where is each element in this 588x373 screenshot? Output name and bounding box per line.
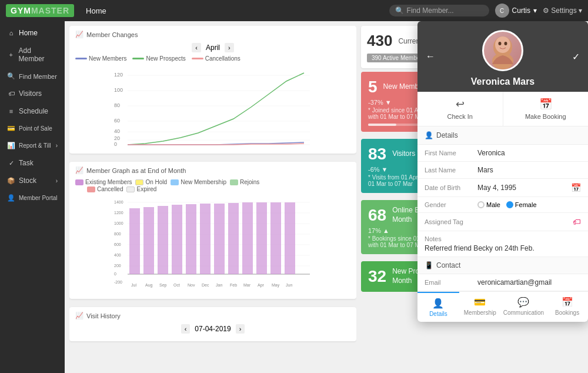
communication-tab-icon: 💬 (517, 297, 529, 308)
home-icon: ⌂ (7, 29, 15, 36)
month-nav: ‹ April › (75, 43, 350, 52)
tab-communication[interactable]: 💬 Communication (501, 292, 546, 322)
tag-label: Assigned Tag (425, 218, 477, 225)
svg-text:100: 100 (114, 87, 123, 93)
avatar: C (495, 4, 509, 18)
sidebar-item-schedule[interactable]: ≡ Schedule (0, 102, 65, 120)
chevron-right-icon: › (56, 142, 58, 149)
chart-icon: 📈 (75, 31, 83, 38)
svg-rect-39 (228, 203, 239, 274)
bar-chart-legend: Existing Members On Hold New Membership (75, 179, 350, 185)
search-icon: 🔍 (395, 6, 404, 15)
radio-male[interactable] (477, 201, 485, 208)
svg-rect-40 (242, 202, 253, 274)
svg-text:Dec: Dec (202, 283, 209, 287)
sidebar-item-task[interactable]: ✓ Task (0, 154, 65, 172)
chevron-down-icon: ▾ (579, 6, 582, 15)
legend-new-members: New Members (75, 55, 126, 62)
visit-date: 07-04-2019 (195, 325, 230, 333)
radio-female[interactable] (506, 201, 513, 208)
member-graph-chart: 1400 1200 1000 800 600 400 200 0 -200 (75, 195, 350, 292)
svg-text:Sep: Sep (159, 283, 167, 288)
member-detail-panel: ← ✓ (417, 21, 588, 322)
phone-icon: 📱 (425, 261, 433, 269)
details-tab-label: Details (429, 311, 447, 317)
gear-icon: ⚙ (543, 6, 549, 15)
stock-icon: 📦 (7, 177, 15, 185)
gender-male-option[interactable]: Male (477, 201, 500, 208)
next-date-button[interactable]: › (236, 324, 245, 334)
svg-rect-35 (172, 205, 182, 274)
tab-details[interactable]: 👤 Details (417, 292, 459, 322)
svg-text:1200: 1200 (114, 211, 123, 215)
svg-text:200: 200 (114, 264, 121, 268)
legend-new-membership: New Membership (171, 179, 226, 185)
svg-text:Jan: Jan (216, 283, 222, 287)
portal-icon: 👤 (7, 194, 15, 202)
prev-month-button[interactable]: ‹ (192, 43, 201, 52)
sidebar-item-member-portal[interactable]: 👤 Member Portal (0, 189, 65, 207)
member-changes-chart: 120 100 80 60 40 20 0 (75, 65, 350, 147)
svg-text:0: 0 (114, 141, 117, 147)
sidebar-item-pos[interactable]: 💳 Point of Sale (0, 120, 65, 137)
svg-text:1400: 1400 (114, 200, 123, 204)
next-month-button[interactable]: › (225, 43, 234, 52)
dob-label: Date of Birth (425, 184, 477, 191)
svg-rect-34 (158, 206, 168, 274)
member-changes-card: 📈 Member Changes ‹ April › New Members (69, 26, 356, 154)
legend-existing: Existing Members (75, 179, 132, 185)
sidebar-item-report[interactable]: 📊 Report & Till › (0, 137, 65, 154)
gender-female-option[interactable]: Female (506, 201, 537, 208)
tab-membership[interactable]: 💳 Membership (459, 292, 501, 322)
email-value: veronicamartian@gmail (477, 278, 552, 287)
make-booking-button[interactable]: 📅 Make Booking (503, 92, 589, 126)
sidebar-item-add-member[interactable]: + Add Member (0, 42, 65, 68)
check-in-icon: ↩ (456, 98, 465, 111)
notes-value: Referred friend Becky on 24th Feb. (425, 244, 581, 252)
tab-bookings[interactable]: 📅 Bookings (546, 292, 588, 322)
settings-menu[interactable]: ⚙ Settings ▾ (543, 6, 582, 15)
last-name-field: Last Name Mars (417, 162, 588, 179)
first-name-value: Veronica (477, 149, 581, 157)
search-bar[interactable]: 🔍 (389, 5, 489, 16)
svg-text:May: May (272, 283, 280, 288)
main-layout: ⌂ Home + Add Member 🔍 Find Member 🏷 Visi… (0, 21, 588, 373)
svg-rect-36 (186, 204, 196, 274)
check-in-button[interactable]: ↩ Check In (417, 92, 503, 126)
person-icon: 👤 (425, 131, 433, 139)
check-button[interactable]: ✓ (572, 51, 580, 62)
first-name-field: First Name Veronica (417, 145, 588, 162)
back-button[interactable]: ← (426, 51, 435, 62)
legend-cancellations: Cancellations (192, 55, 240, 62)
sidebar-item-visitors[interactable]: 🏷 Visitors (0, 85, 65, 102)
svg-text:Nov: Nov (188, 283, 195, 287)
check-in-label: Check In (447, 113, 473, 120)
svg-text:Mar: Mar (243, 283, 251, 287)
user-menu[interactable]: C Curtis ▾ (495, 4, 537, 18)
gender-label: Gender (425, 201, 477, 208)
panel-avatar (482, 30, 523, 71)
first-name-label: First Name (425, 149, 477, 156)
svg-text:60: 60 (114, 118, 120, 124)
svg-text:Jul: Jul (131, 283, 136, 287)
svg-text:Feb: Feb (230, 283, 237, 287)
legend-rejoins: Rejoins (230, 179, 259, 185)
chevron-right-icon: › (56, 178, 58, 184)
svg-text:Jun: Jun (286, 283, 292, 287)
calendar-icon[interactable]: 📅 (571, 183, 581, 192)
sidebar-item-find-member[interactable]: 🔍 Find Member (0, 68, 65, 85)
bookings-tab-icon: 📅 (562, 297, 573, 308)
member-graph-card: 📈 Member Graph as at End of Month Existi… (69, 162, 356, 299)
visit-history-card: 📈 Visit History ‹ 07-04-2019 › (69, 307, 356, 341)
sidebar-item-home[interactable]: ⌂ Home (0, 24, 65, 42)
prev-date-button[interactable]: ‹ (181, 324, 191, 334)
notes-label: Notes (425, 235, 581, 242)
svg-text:Apr: Apr (258, 283, 265, 288)
prospects-number: 32 (368, 267, 386, 286)
legend-cancelled: Cancelled (87, 186, 123, 192)
sidebar-item-stock[interactable]: 📦 Stock › (0, 172, 65, 189)
svg-point-58 (499, 42, 502, 45)
visit-date-nav: ‹ 07-04-2019 › (75, 324, 350, 334)
chart-icon2: 📈 (75, 166, 83, 174)
search-input[interactable] (407, 6, 483, 15)
